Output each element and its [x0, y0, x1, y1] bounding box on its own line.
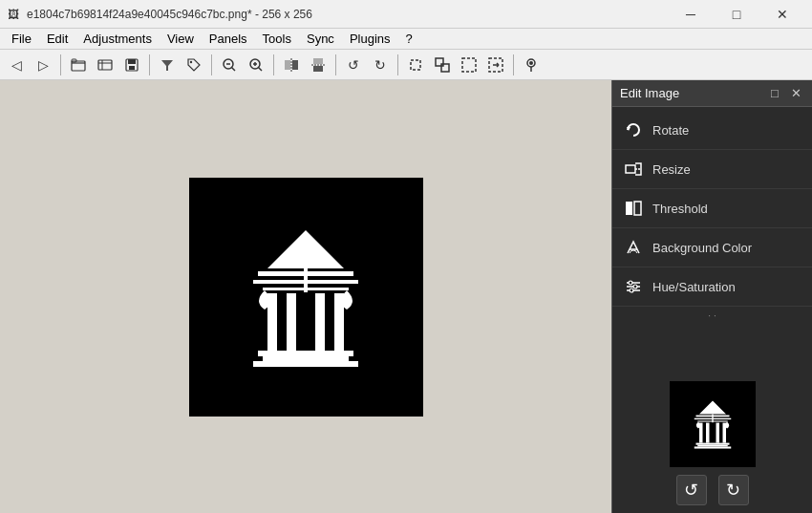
menu-view[interactable]: View [160, 30, 202, 48]
minimize-button[interactable]: ─ [669, 0, 713, 29]
svg-rect-69 [694, 446, 731, 448]
save-button[interactable] [119, 53, 144, 77]
rotate-cw-button[interactable]: ↻ [368, 53, 393, 77]
svg-rect-25 [441, 64, 449, 72]
svg-rect-24 [436, 58, 443, 66]
rotate-icon [624, 120, 643, 139]
panel-item-background-color[interactable]: Background Color [612, 228, 812, 267]
panel-item-hue-saturation[interactable]: Hue/Saturation [612, 267, 812, 307]
menu-edit[interactable]: Edit [39, 30, 75, 48]
select-button[interactable] [457, 53, 481, 77]
browse-button[interactable] [93, 53, 118, 77]
svg-marker-8 [161, 60, 173, 71]
tag-button[interactable] [182, 53, 206, 77]
svg-rect-66 [722, 423, 726, 443]
flip-h-button[interactable] [279, 53, 304, 77]
svg-point-56 [633, 285, 637, 289]
toolbar-sep-6 [397, 54, 398, 75]
menu-sync[interactable]: Sync [299, 30, 342, 48]
preview-image-svg [679, 391, 746, 458]
panel-items: Rotate Resize [612, 107, 812, 374]
main-area: Edit Image □ ✕ Rotate [0, 80, 812, 513]
svg-rect-63 [699, 423, 703, 443]
svg-point-32 [529, 61, 533, 65]
svg-rect-42 [334, 293, 344, 351]
close-button[interactable]: ✕ [760, 0, 804, 29]
panel-title-bar: Edit Image □ ✕ [612, 80, 812, 107]
toolbar-sep-5 [335, 54, 336, 75]
menu-panels[interactable]: Panels [202, 30, 255, 48]
toolbar-sep-3 [211, 54, 212, 75]
svg-point-9 [190, 60, 192, 62]
panel-close-button[interactable]: ✕ [787, 85, 804, 102]
forward-button[interactable]: ▷ [31, 53, 55, 77]
background-color-icon [624, 238, 643, 257]
panel-item-resize[interactable]: Resize [612, 150, 812, 189]
preview-image [670, 381, 756, 467]
panel-item-threshold-label: Threshold [652, 202, 708, 216]
app-icon: 🖼 [8, 8, 19, 21]
menu-file[interactable]: File [4, 30, 39, 48]
title-bar-left: 🖼 e1804c7b69814f24a9e40045c946c7bc.png* … [8, 8, 312, 21]
svg-rect-39 [267, 293, 277, 351]
svg-rect-65 [716, 423, 719, 443]
filter-button[interactable] [155, 53, 180, 77]
menu-bar: File Edit Adjustments View Panels Tools … [0, 29, 812, 50]
resize-toolbar-button[interactable] [430, 53, 455, 77]
svg-point-55 [629, 281, 632, 285]
redo-button[interactable]: ↻ [718, 475, 749, 505]
panel-minimize-button[interactable]: □ [766, 85, 783, 102]
menu-adjustments[interactable]: Adjustments [75, 30, 160, 48]
toolbar: ◁ ▷ [0, 50, 812, 80]
svg-rect-20 [313, 58, 323, 64]
title-bar: 🖼 e1804c7b69814f24a9e40045c946c7bc.png* … [0, 0, 812, 29]
flip-v-button[interactable] [306, 53, 331, 77]
panel-item-resize-label: Resize [652, 162, 691, 177]
svg-marker-34 [267, 230, 344, 268]
svg-rect-18 [292, 60, 298, 70]
maximize-button[interactable]: □ [715, 0, 759, 29]
main-image-svg [210, 202, 401, 393]
open-folder-button[interactable] [66, 53, 91, 77]
svg-rect-68 [697, 445, 728, 447]
svg-rect-38 [304, 268, 308, 292]
preview-controls: ↺ ↻ [676, 475, 749, 505]
zoom-out-button[interactable] [217, 53, 242, 77]
svg-rect-23 [411, 60, 420, 70]
panel-item-rotate-label: Rotate [652, 123, 689, 138]
toolbar-sep-4 [273, 54, 274, 75]
window-title: e1804c7b69814f24a9e40045c946c7bc.png* - … [27, 8, 312, 21]
toolbar-sep-7 [513, 54, 514, 75]
scroll-indicator: · · [612, 307, 812, 325]
zoom-in-button[interactable] [244, 53, 268, 77]
svg-rect-43 [258, 351, 353, 356]
back-button[interactable]: ◁ [4, 53, 29, 77]
rotate-ccw-button[interactable]: ↺ [341, 53, 366, 77]
svg-rect-44 [263, 356, 349, 361]
menu-tools[interactable]: Tools [255, 30, 299, 48]
pin-button[interactable] [519, 53, 544, 77]
menu-help[interactable]: ? [398, 30, 420, 48]
svg-rect-45 [253, 361, 358, 367]
svg-rect-49 [626, 202, 632, 215]
svg-rect-64 [706, 423, 710, 443]
panel-item-hue-saturation-label: Hue/Saturation [652, 280, 736, 294]
menu-plugins[interactable]: Plugins [342, 30, 398, 48]
svg-rect-26 [462, 58, 476, 72]
svg-rect-21 [313, 66, 323, 72]
panel-item-threshold[interactable]: Threshold [612, 189, 812, 228]
image-canvas [189, 178, 423, 417]
panel-item-rotate[interactable]: Rotate [612, 111, 812, 150]
undo-button[interactable]: ↺ [676, 475, 707, 505]
arrow-select-button[interactable] [483, 53, 508, 77]
right-panel: Edit Image □ ✕ Rotate [611, 80, 812, 513]
svg-marker-58 [699, 401, 726, 415]
panel-title: Edit Image [620, 86, 679, 100]
threshold-icon [624, 199, 643, 218]
canvas-area[interactable] [0, 80, 611, 513]
crop-button[interactable] [403, 53, 428, 77]
svg-rect-67 [695, 443, 729, 445]
hue-saturation-icon [624, 277, 643, 296]
svg-line-16 [259, 67, 263, 71]
svg-rect-41 [315, 293, 325, 351]
